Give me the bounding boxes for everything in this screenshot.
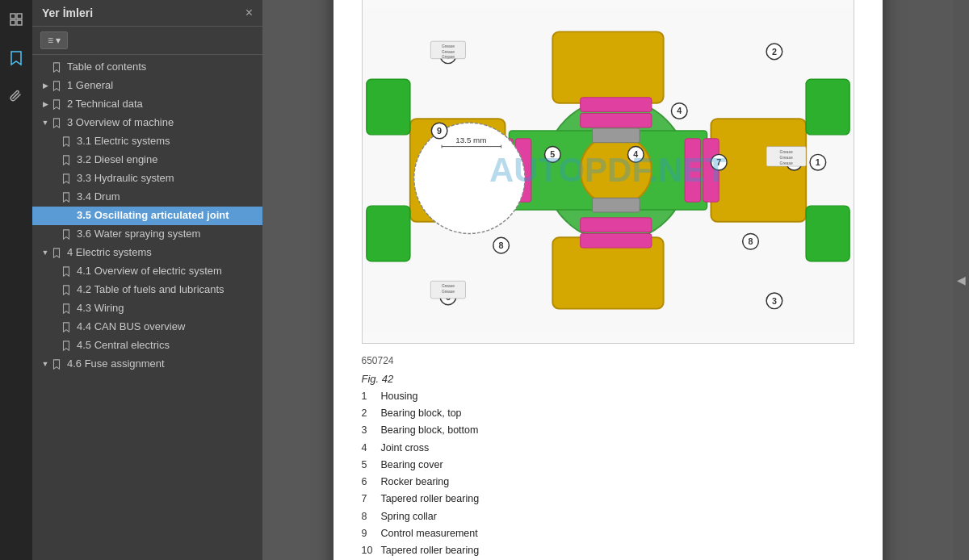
legend-label: Bearing cover bbox=[381, 457, 443, 474]
tree-item-fuels-lubricants[interactable]: 4.2 Table of fuels and lubricants bbox=[32, 281, 262, 299]
tree-item-diesel-engine[interactable]: 3.2 Diesel engine bbox=[32, 151, 262, 169]
attachments-icon[interactable] bbox=[3, 84, 29, 110]
svg-rect-3 bbox=[17, 20, 22, 25]
expand-electric-systems-4[interactable]: ▼ bbox=[39, 247, 52, 260]
bookmark-icon-fuse-assignment bbox=[52, 358, 63, 371]
tree-item-oscillating-joint[interactable]: 3.5 Oscillating articulated joint bbox=[32, 207, 262, 225]
svg-rect-25 bbox=[366, 79, 409, 135]
expand-fuse-assignment[interactable]: ▼ bbox=[39, 358, 52, 371]
svg-text:2: 2 bbox=[771, 47, 776, 56]
svg-point-20 bbox=[580, 135, 651, 206]
svg-text:8: 8 bbox=[748, 236, 753, 246]
svg-text:Grease: Grease bbox=[441, 284, 454, 288]
svg-rect-24 bbox=[806, 206, 849, 261]
bookmark-icon-fuels-lubricants bbox=[61, 284, 73, 297]
svg-rect-16 bbox=[580, 98, 651, 112]
tree-item-central-electrics[interactable]: 4.5 Central electrics bbox=[32, 336, 262, 355]
svg-rect-17 bbox=[580, 113, 651, 127]
expand-electric-systems-31 bbox=[48, 136, 61, 148]
tree-item-hydraulic-system[interactable]: 3.3 Hydraulic system bbox=[32, 169, 262, 188]
bookmarks-icon[interactable] bbox=[3, 45, 29, 71]
legend-num: 1 bbox=[362, 388, 375, 405]
svg-rect-18 bbox=[580, 218, 651, 232]
svg-text:Grease: Grease bbox=[441, 290, 454, 294]
svg-text:Grease: Grease bbox=[779, 161, 792, 165]
legend-num: 4 bbox=[362, 440, 375, 457]
tree-label-hydraulic-system: 3.3 Hydraulic system bbox=[77, 172, 258, 186]
legend-num: 10 bbox=[362, 542, 375, 559]
legend-list: 1Housing2Bearing block, top3Bearing bloc… bbox=[362, 388, 854, 560]
svg-text:Grease: Grease bbox=[779, 156, 792, 160]
legend-num: 9 bbox=[362, 525, 375, 542]
sidebar-close-button[interactable]: × bbox=[245, 6, 253, 19]
svg-text:Grease: Grease bbox=[441, 54, 454, 58]
expand-overview-machine[interactable]: ▼ bbox=[39, 117, 52, 130]
expand-oscillating-joint bbox=[48, 210, 61, 223]
legend-item: 8Spring collar bbox=[362, 508, 854, 525]
tree-item-general[interactable]: ▶ 1 General bbox=[32, 77, 262, 95]
tree-item-electric-systems-31[interactable]: 3.1 Electric systems bbox=[32, 132, 262, 151]
bookmark-icon-electric-systems-4 bbox=[52, 247, 63, 260]
legend-label: Tapered roller bearing bbox=[381, 542, 480, 559]
tree-label-overview-electric: 4.1 Overview of electric system bbox=[77, 265, 258, 278]
collapse-sidebar-button[interactable]: ◀ bbox=[953, 0, 969, 560]
legend-label: Joint cross bbox=[381, 440, 430, 457]
tree-label-electric-systems-31: 3.1 Electric systems bbox=[77, 135, 258, 148]
expand-overview-electric bbox=[48, 265, 61, 278]
tree-label-central-electrics: 4.5 Central electrics bbox=[77, 339, 258, 353]
svg-text:13.5 mm: 13.5 mm bbox=[455, 135, 486, 144]
expand-general[interactable]: ▶ bbox=[39, 80, 52, 93]
main-content: 3.5 Oscillating articulated joint bbox=[262, 0, 969, 560]
tree-item-table-of-contents[interactable]: Table of contents bbox=[32, 58, 262, 77]
expand-drum bbox=[48, 191, 61, 204]
legend-num: 2 bbox=[362, 405, 375, 422]
figure-area: 1 2 3 4 5 5 4 bbox=[362, 0, 854, 344]
tree-item-can-bus[interactable]: 4.4 CAN BUS overview bbox=[32, 318, 262, 336]
tree-item-drum[interactable]: 3.4 Drum bbox=[32, 188, 262, 207]
svg-text:9: 9 bbox=[437, 126, 442, 136]
sidebar-title: Yer İmleri bbox=[42, 6, 93, 19]
expand-fuels-lubricants bbox=[48, 284, 61, 297]
svg-rect-23 bbox=[806, 79, 849, 135]
legend-item: 3Bearing block, bottom bbox=[362, 422, 854, 439]
expand-wiring bbox=[48, 303, 61, 316]
legend-item: 5Bearing cover bbox=[362, 457, 854, 474]
bookmark-icon-diesel-engine bbox=[61, 154, 73, 167]
expand-diesel-engine bbox=[48, 154, 61, 167]
legend-label: Rocker bearing bbox=[381, 474, 450, 491]
svg-text:Grease: Grease bbox=[779, 150, 792, 154]
document-page: 3.5 Oscillating articulated joint bbox=[333, 0, 883, 560]
tree-item-overview-electric[interactable]: 4.1 Overview of electric system bbox=[32, 262, 262, 281]
expand-technical-data[interactable]: ▶ bbox=[39, 98, 52, 111]
page-area: 3.5 Oscillating articulated joint bbox=[262, 0, 953, 560]
svg-rect-26 bbox=[366, 206, 409, 261]
bookmark-icon-hydraulic-system bbox=[61, 173, 73, 186]
tree-label-wiring: 4.3 Wiring bbox=[77, 302, 258, 316]
tree-item-overview-machine[interactable]: ▼ 3 Overview of machine bbox=[32, 114, 262, 132]
svg-text:Grease: Grease bbox=[441, 44, 454, 48]
tree-item-water-spraying[interactable]: 3.6 Water spraying system bbox=[32, 225, 262, 244]
pages-icon[interactable] bbox=[3, 6, 29, 32]
tree-item-technical-data[interactable]: ▶ 2 Technical data bbox=[32, 95, 262, 114]
legend-label: Tapered roller bearing bbox=[381, 491, 480, 508]
tree-label-diesel-engine: 3.2 Diesel engine bbox=[77, 153, 258, 167]
tree-item-fuse-assignment[interactable]: ▼ 4.6 Fuse assignment bbox=[32, 355, 262, 374]
bookmark-icon-electric-systems-31 bbox=[61, 136, 73, 148]
expand-water-spraying bbox=[48, 228, 61, 241]
svg-text:3: 3 bbox=[771, 295, 776, 305]
sidebar-tree: Table of contents▶ 1 General▶ 2 Technica… bbox=[32, 55, 262, 560]
toolbar-menu-button[interactable]: ≡ ▾ bbox=[40, 31, 68, 49]
bookmark-icon-overview-electric bbox=[61, 265, 73, 278]
icon-strip bbox=[0, 0, 32, 560]
tree-label-oscillating-joint: 3.5 Oscillating articulated joint bbox=[77, 209, 258, 223]
tree-label-technical-data: 2 Technical data bbox=[67, 98, 258, 111]
tree-item-electric-systems-4[interactable]: ▼ 4 Electric systems bbox=[32, 244, 262, 262]
legend-num: 8 bbox=[362, 508, 375, 525]
sidebar-header: Yer İmleri × bbox=[32, 0, 262, 27]
bookmark-icon-water-spraying bbox=[61, 228, 73, 241]
legend-item: 9Control measurement bbox=[362, 525, 854, 542]
bookmark-icon-general bbox=[52, 80, 63, 93]
legend-label: Control measurement bbox=[381, 525, 478, 542]
svg-rect-0 bbox=[10, 14, 15, 19]
tree-item-wiring[interactable]: 4.3 Wiring bbox=[32, 299, 262, 318]
